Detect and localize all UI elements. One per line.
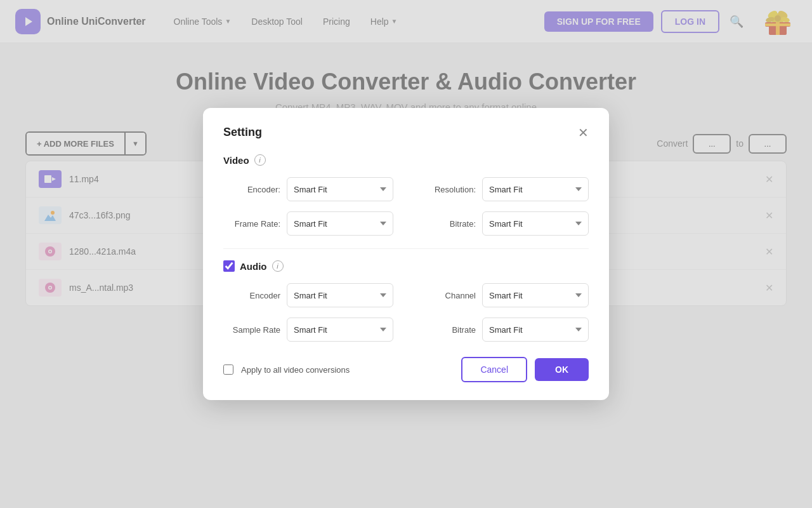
channel-row: Channel Smart Fit <box>419 283 589 307</box>
modal-title: Setting <box>223 126 262 139</box>
audio-enable-checkbox[interactable] <box>223 260 235 272</box>
resolution-row: Resolution: Smart Fit <box>419 177 589 201</box>
audio-encoder-label: Encoder <box>223 291 280 300</box>
video-section-header: Video i <box>223 154 589 166</box>
video-section-title: Video <box>223 155 249 166</box>
settings-modal: Setting ✕ Video i Encoder: Smart Fit Res… <box>203 108 609 400</box>
audio-encoder-select[interactable]: Smart Fit <box>287 283 393 307</box>
audio-section-header: Audio i <box>223 260 589 272</box>
video-bitrate-label: Bitrate: <box>419 219 476 229</box>
cancel-button[interactable]: Cancel <box>461 357 527 382</box>
apply-all-checkbox[interactable] <box>223 364 233 375</box>
modal-header: Setting ✕ <box>223 126 589 139</box>
divider <box>223 248 589 249</box>
encoder-select[interactable]: Smart Fit <box>287 177 393 201</box>
resolution-select[interactable]: Smart Fit <box>482 177 589 201</box>
channel-select[interactable]: Smart Fit <box>482 283 589 307</box>
video-bitrate-row: Bitrate: Smart Fit <box>419 211 589 236</box>
video-bitrate-select[interactable]: Smart Fit <box>482 211 589 236</box>
frame-rate-select[interactable]: Smart Fit <box>287 211 393 236</box>
video-info-icon[interactable]: i <box>254 154 266 166</box>
apply-label: Apply to all video conversions <box>241 365 454 375</box>
video-settings-grid: Encoder: Smart Fit Resolution: Smart Fit… <box>223 177 589 236</box>
encoder-label: Encoder: <box>223 185 280 194</box>
modal-close-button[interactable]: ✕ <box>578 126 589 139</box>
resolution-label: Resolution: <box>419 185 476 194</box>
frame-rate-row: Frame Rate: Smart Fit <box>223 211 393 236</box>
audio-settings-grid: Encoder Smart Fit Channel Smart Fit Samp… <box>223 283 589 342</box>
audio-encoder-row: Encoder Smart Fit <box>223 283 393 307</box>
audio-section: Audio i Encoder Smart Fit Channel Smart … <box>223 260 589 342</box>
audio-bitrate-label: Bitrate <box>419 325 476 335</box>
encoder-row: Encoder: Smart Fit <box>223 177 393 201</box>
channel-label: Channel <box>419 291 476 300</box>
audio-section-title: Audio <box>240 261 267 272</box>
sample-rate-row: Sample Rate Smart Fit <box>223 318 393 342</box>
sample-rate-label: Sample Rate <box>223 325 280 335</box>
modal-footer: Apply to all video conversions Cancel OK <box>223 357 589 382</box>
audio-info-icon[interactable]: i <box>272 260 284 272</box>
frame-rate-label: Frame Rate: <box>223 219 280 229</box>
ok-button[interactable]: OK <box>535 358 589 381</box>
audio-bitrate-row: Bitrate Smart Fit <box>419 318 589 342</box>
audio-bitrate-select[interactable]: Smart Fit <box>482 318 589 342</box>
sample-rate-select[interactable]: Smart Fit <box>287 318 393 342</box>
